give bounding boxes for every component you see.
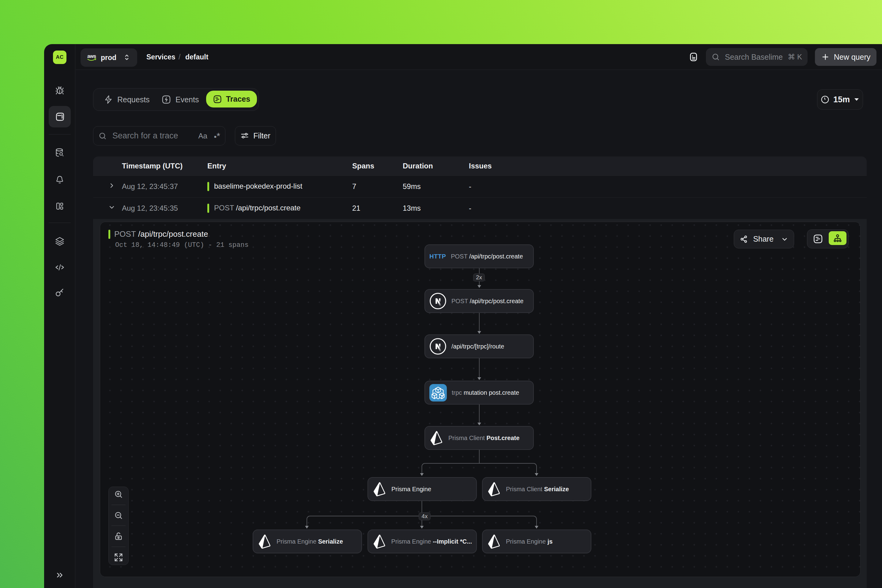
svg-text:aws: aws (87, 54, 96, 59)
